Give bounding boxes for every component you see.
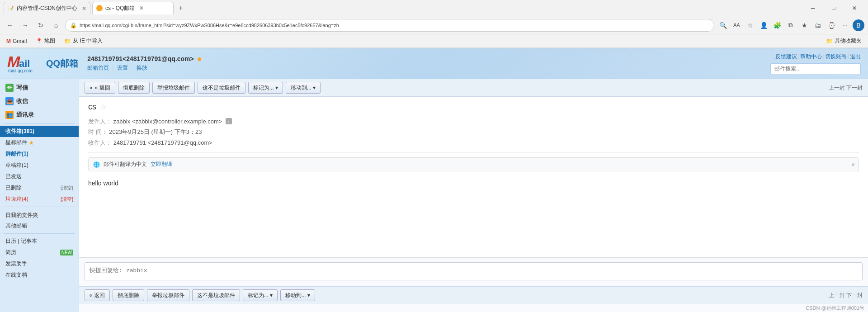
deleted-clear-link[interactable]: [清空]: [61, 184, 73, 191]
prev-next-bottom: 上一封 下一封: [829, 292, 863, 299]
sidebar-item-resume[interactable]: 简历 NEW: [0, 247, 79, 258]
other-bookmarks-label: 其他收藏夹: [835, 37, 862, 45]
reply-input[interactable]: [85, 262, 863, 280]
forward-button[interactable]: →: [19, 19, 32, 32]
sidebar-item-drafts[interactable]: 草稿箱(1): [0, 160, 79, 171]
delete-label: 彻底删除: [123, 84, 145, 92]
tab-qqmail-favicon: [96, 5, 103, 11]
sidebar-item-starred[interactable]: 星标邮件 ★: [0, 137, 79, 148]
split-view-icon[interactable]: ⧉: [785, 19, 797, 31]
more-icon[interactable]: ···: [839, 19, 851, 31]
qqmail-logo: M ail mail.qq.com QQ邮箱: [7, 53, 78, 74]
recipient-value: 2481719791 <2481719791@qq.com>: [113, 139, 212, 146]
sidebar-item-inbox[interactable]: 收件箱(381): [0, 126, 79, 137]
tab-csdn[interactable]: 📝 内容管理-CSDN创作中心 ✕: [4, 2, 90, 14]
sidebar-item-invoice[interactable]: 发票助手: [0, 258, 79, 269]
subject-text: cs: [88, 102, 96, 112]
spam-clear-link[interactable]: [清空]: [61, 196, 73, 203]
recipient-row: 收件人： 2481719791 <2481719791@qq.com>: [88, 137, 859, 148]
sidebar-item-spam[interactable]: 垃圾箱(4) [清空]: [0, 194, 79, 205]
sender-value: zabbix <zabbix@controller.example.com>: [113, 118, 222, 125]
not-spam-button-bottom[interactable]: 这不是垃圾邮件: [192, 289, 240, 301]
delete-button-bottom[interactable]: 彻底删除: [113, 289, 144, 301]
email-view: cs ☆ 发件人： zabbix <zabbix@controller.exam…: [79, 97, 868, 257]
mark-button[interactable]: 标记为... ▾: [248, 82, 283, 94]
fav-ie-import[interactable]: 📁 从 IE 中导入: [61, 36, 105, 46]
nav-home-link[interactable]: 邮箱首页: [87, 65, 109, 71]
back-button-bottom[interactable]: « 返回: [85, 289, 110, 301]
svg-text:ail: ail: [19, 58, 30, 69]
sender-info-icon[interactable]: i: [226, 118, 232, 124]
move-bottom-label: 移动到...: [285, 292, 306, 299]
back-button[interactable]: ←: [4, 19, 16, 32]
profile-icon[interactable]: 👤: [758, 19, 769, 31]
move-button-bottom[interactable]: 移动到... ▾: [280, 289, 315, 301]
bookmark-icon[interactable]: ☆: [744, 19, 756, 31]
reader-view-icon[interactable]: AA: [731, 19, 742, 31]
reply-box-wrap: [79, 257, 868, 286]
subject-star-icon[interactable]: ☆: [100, 103, 106, 111]
address-text: https://mail.qq.com/cgi-bin/frame_html?s…: [80, 23, 709, 28]
sidebar-item-sent[interactable]: 已发送: [0, 171, 79, 182]
not-spam-button[interactable]: 这不是垃圾邮件: [198, 82, 245, 94]
sidebar: ✏ 写信 📥 收信 👥 通讯录 收件箱(381) 星标邮件: [0, 79, 79, 312]
switch-account-link[interactable]: 切换账号: [825, 53, 847, 61]
contacts-button[interactable]: 👥 通讯录: [0, 108, 79, 122]
sidebar-item-online-docs[interactable]: 在线文档: [0, 269, 79, 281]
help-link[interactable]: 帮助中心: [800, 53, 822, 61]
collection-icon[interactable]: 🗂: [812, 19, 824, 31]
email-body: hello world: [88, 178, 859, 232]
tab-qqmail-close[interactable]: ✕: [139, 5, 144, 11]
extension-icon[interactable]: 🧩: [771, 19, 783, 31]
new-tab-button[interactable]: +: [175, 3, 186, 14]
move-button[interactable]: 移动到... ▾: [286, 82, 321, 94]
maps-label: 地图: [44, 37, 55, 45]
sidebar-item-group[interactable]: 群邮件(1): [0, 148, 79, 160]
sidebar-item-deleted[interactable]: 已删除 [清空]: [0, 182, 79, 194]
favorites-bar: M Gmail 📍 地图 📁 从 IE 中导入 📁 其他收藏夹: [0, 34, 868, 48]
report-spam-bottom-label: 举报垃圾邮件: [152, 292, 184, 299]
tab-csdn-close[interactable]: ✕: [82, 5, 86, 12]
favorites-icon[interactable]: ★: [798, 19, 810, 31]
invoice-label: 发票助手: [5, 260, 27, 268]
mark-button-bottom[interactable]: 标记为... ▾: [243, 289, 278, 301]
report-spam-button[interactable]: 举报垃圾邮件: [152, 82, 195, 94]
fav-gmail[interactable]: M Gmail: [4, 37, 29, 45]
translate-link[interactable]: 立即翻译: [151, 161, 172, 168]
address-bar[interactable]: 🔒 https://mail.qq.com/cgi-bin/frame_html…: [65, 19, 714, 32]
minimize-button[interactable]: ─: [803, 0, 823, 16]
nav-switch-link[interactable]: 换肤: [137, 65, 147, 71]
header-top-links: | 反馈建议 | 帮助中心 | 切换账号 | 退出: [773, 53, 861, 61]
prev-next-top-label: 上一封 下一封: [829, 85, 863, 91]
tab-csdn-label: 内容管理-CSDN创作中心: [17, 5, 77, 12]
back-button[interactable]: « « 返回: [85, 82, 115, 94]
fav-maps[interactable]: 📍 地图: [33, 36, 58, 46]
refresh-button[interactable]: ↻: [34, 19, 47, 32]
sidebar-item-calendar[interactable]: 日历 | 记事本: [0, 236, 79, 247]
fav-other-bookmarks[interactable]: 📁 其他收藏夹: [823, 36, 864, 46]
copilot-icon[interactable]: B: [853, 19, 864, 31]
delete-button[interactable]: 彻底删除: [118, 82, 150, 94]
compose-button[interactable]: ✏ 写信: [0, 81, 79, 95]
inbox-button[interactable]: 📥 收信: [0, 95, 79, 108]
search-bar[interactable]: [770, 63, 861, 74]
search-icon[interactable]: 🔍: [717, 19, 729, 31]
search-input[interactable]: [770, 63, 861, 74]
email-content-area: « « 返回 彻底删除 举报垃圾邮件 这不是垃圾邮件 标记为... ▾: [79, 79, 868, 312]
close-button[interactable]: ✕: [844, 0, 864, 16]
history-icon[interactable]: ⌚: [826, 19, 837, 31]
nav-settings-link[interactable]: 设置: [117, 65, 128, 71]
home-button[interactable]: ⌂: [50, 19, 62, 32]
back-label: « 返回: [95, 84, 110, 92]
feedback-link[interactable]: 反馈建议: [775, 53, 797, 61]
email-toolbar-top: « « 返回 彻底删除 举报垃圾邮件 这不是垃圾邮件 标记为... ▾: [79, 79, 868, 97]
report-spam-button-bottom[interactable]: 举报垃圾邮件: [147, 289, 189, 301]
contacts-label: 通讯录: [16, 111, 34, 119]
maximize-button[interactable]: □: [824, 0, 844, 16]
translate-close-icon[interactable]: ×: [851, 161, 855, 168]
sidebar-item-other-mailbox[interactable]: 其他邮箱: [0, 220, 79, 232]
window-controls: ─ □ ✕: [803, 0, 864, 16]
tab-qqmail[interactable]: cs - QQ邮箱 ✕: [92, 2, 174, 14]
logout-link[interactable]: 退出: [850, 53, 861, 61]
back-bottom-label: 返回: [94, 292, 105, 299]
